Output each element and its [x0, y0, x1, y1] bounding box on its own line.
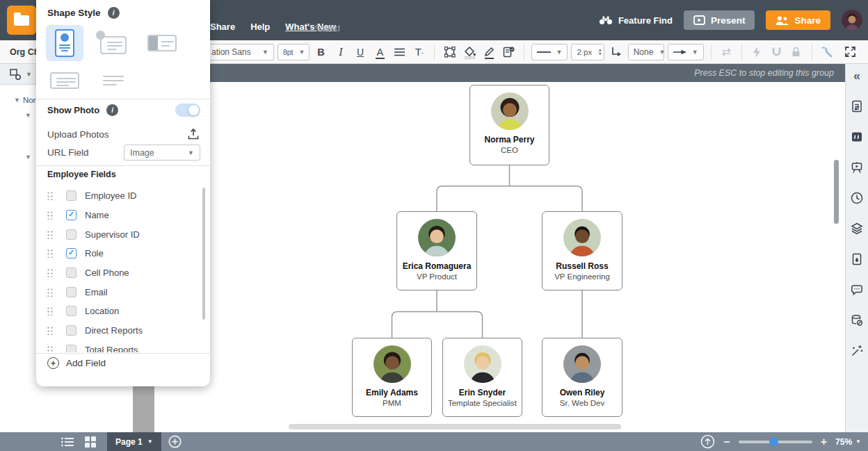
field-checkbox[interactable]	[66, 287, 77, 297]
present-button[interactable]: Present	[684, 10, 755, 30]
customize-toolbar-icon[interactable]	[819, 43, 835, 60]
quick-actions-icon[interactable]	[749, 43, 765, 60]
style-option-text-only[interactable]	[95, 68, 132, 93]
conditional-formatting-icon[interactable]	[501, 43, 517, 60]
style-option-badge-card[interactable]	[95, 25, 132, 61]
feature-find-button[interactable]: Feature Find	[599, 15, 673, 26]
home-folder-button[interactable]	[7, 6, 36, 35]
document-settings-icon[interactable]	[849, 99, 865, 114]
drag-handle-icon[interactable]	[47, 306, 53, 315]
url-field-label: URL Field	[47, 147, 89, 158]
tree-item-child[interactable]: ▼	[25, 154, 31, 161]
field-checkbox[interactable]	[66, 248, 77, 259]
zoom-out-button[interactable]: −	[723, 436, 730, 448]
url-field-select[interactable]: Image▼	[124, 145, 200, 161]
line-style-select[interactable]: ▼	[531, 44, 568, 60]
field-checkbox[interactable]	[66, 229, 77, 240]
magic-wand-icon[interactable]	[849, 343, 865, 359]
add-field-button[interactable]: + Add Field	[47, 357, 106, 369]
style-option-sidebar-card[interactable]	[143, 25, 181, 61]
style-option-text-card[interactable]	[46, 68, 83, 93]
presentation-icon[interactable]	[849, 160, 865, 175]
layers-icon[interactable]	[849, 221, 865, 236]
share-button[interactable]: Share	[766, 10, 830, 30]
employee-role: Sr. Web Dev	[560, 398, 604, 408]
drag-handle-icon[interactable]	[47, 249, 53, 258]
info-icon[interactable]: i	[108, 7, 120, 19]
drag-handle-icon[interactable]	[47, 211, 53, 220]
field-checkbox[interactable]	[66, 210, 77, 220]
canvas-horizontal-scrollbar[interactable]	[289, 424, 621, 429]
zoom-slider[interactable]	[739, 441, 812, 443]
comments-icon[interactable]	[849, 282, 865, 297]
panel-scrollbar[interactable]	[133, 386, 154, 432]
fields-list-scrollbar[interactable]	[202, 188, 205, 320]
underline-button[interactable]: U	[352, 43, 368, 60]
page-grid-icon[interactable]	[85, 436, 96, 448]
notes-icon[interactable]	[849, 129, 865, 145]
style-option-photo-card[interactable]	[46, 25, 83, 61]
field-checkbox[interactable]	[66, 190, 77, 201]
fit-content-button[interactable]	[700, 434, 715, 449]
magnet-icon[interactable]	[769, 43, 785, 60]
data-linking-icon[interactable]	[849, 313, 865, 328]
shape-library-icon	[10, 69, 22, 80]
page-list-icon[interactable]	[61, 437, 74, 447]
bold-button[interactable]: B	[313, 43, 329, 60]
field-checkbox[interactable]	[66, 325, 77, 336]
drag-handle-icon[interactable]	[47, 230, 53, 239]
canvas-vertical-scrollbar[interactable]	[834, 160, 839, 224]
stepper-arrows-icon[interactable]: ▲▼	[597, 48, 602, 56]
shape-outline-icon[interactable]	[442, 43, 458, 60]
info-icon[interactable]: i	[106, 104, 118, 116]
upload-icon[interactable]	[186, 127, 200, 141]
fullscreen-icon[interactable]	[842, 43, 858, 60]
org-node-erica[interactable]: Erica RomagueraVP Product	[396, 211, 477, 290]
drag-handle-icon[interactable]	[47, 326, 53, 335]
font-size-select[interactable]: 8pt▼	[278, 44, 310, 60]
line-color-icon[interactable]	[481, 43, 497, 60]
lock-icon[interactable]	[788, 43, 804, 60]
drag-handle-icon[interactable]	[47, 191, 53, 200]
drag-handle-icon[interactable]	[47, 288, 53, 297]
org-node-emily[interactable]: Emily AdamsPMM	[352, 338, 432, 417]
endpoint-none-select[interactable]: None▼	[628, 44, 664, 60]
profile-photo	[373, 345, 411, 383]
swap-shape-icon[interactable]: ⇄	[718, 43, 734, 60]
org-node-erin[interactable]: Erin SnyderTemplate Specialist	[442, 338, 522, 417]
menu-item-help[interactable]: Help	[250, 22, 270, 32]
text-style-button[interactable]: T-	[411, 43, 427, 60]
field-checkbox[interactable]	[66, 306, 77, 316]
font-family-select[interactable]: ation Sans▼	[206, 44, 274, 60]
history-icon[interactable]	[849, 190, 865, 206]
user-avatar[interactable]	[842, 10, 862, 31]
diagram-canvas[interactable]: Norma PerryCEO Erica RomagueraVP Product…	[150, 64, 845, 432]
drag-handle-icon[interactable]	[47, 268, 53, 277]
collapse-panel-icon[interactable]: «	[849, 68, 865, 83]
drag-handle-icon[interactable]	[47, 345, 53, 352]
caret-down-icon[interactable]: ▼	[25, 154, 31, 161]
field-checkbox[interactable]	[66, 345, 77, 352]
text-color-button[interactable]: A	[372, 43, 388, 60]
zoom-level[interactable]: 75%▼	[835, 437, 861, 447]
endpoint-arrow-select[interactable]: ▼	[668, 44, 704, 60]
caret-down-icon[interactable]: ▼	[25, 112, 31, 119]
org-node-owen[interactable]: Owen RileySr. Web Dev	[542, 338, 622, 417]
elbow-connector-icon[interactable]	[608, 43, 624, 60]
page-tab[interactable]: Page 1▼	[107, 432, 161, 451]
page-style-icon[interactable]	[849, 252, 865, 267]
italic-button[interactable]: I	[332, 43, 348, 60]
field-checkbox[interactable]	[66, 268, 77, 278]
caret-down-icon[interactable]: ▼	[14, 97, 20, 104]
tree-item-child[interactable]: ▼	[25, 112, 31, 119]
show-photo-toggle[interactable]	[175, 104, 200, 117]
org-node-russell[interactable]: Russell RossVP Engineering	[542, 211, 622, 290]
zoom-in-button[interactable]: +	[821, 436, 827, 448]
menu-item-share[interactable]: Share	[210, 22, 235, 32]
line-width-stepper[interactable]: 2 px▲▼	[571, 44, 604, 60]
org-node-norma[interactable]: Norma PerryCEO	[469, 85, 549, 165]
fill-color-icon[interactable]	[462, 43, 478, 60]
text-align-button[interactable]	[392, 43, 408, 60]
zoom-slider-handle[interactable]	[769, 437, 778, 446]
add-page-button[interactable]	[168, 435, 182, 448]
